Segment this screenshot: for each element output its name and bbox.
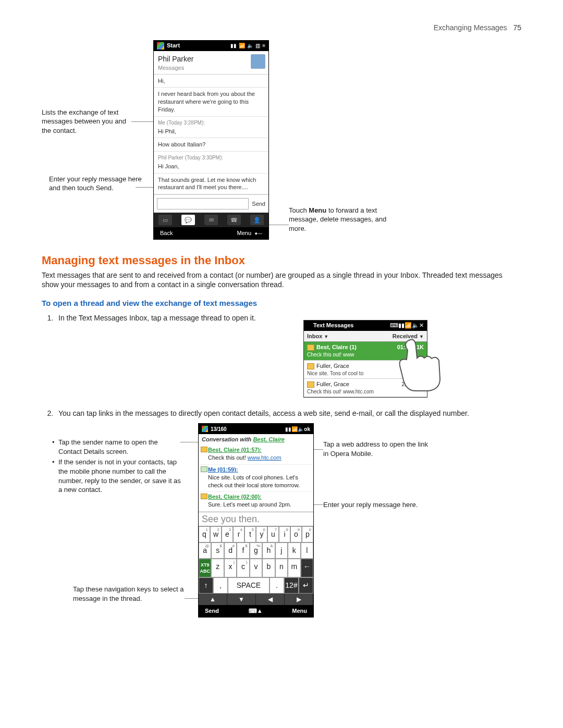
key-v[interactable]: v [250, 559, 262, 577]
message: How about Italian? [154, 138, 268, 152]
folder-icon [307, 381, 314, 388]
key-m[interactable]: m [288, 559, 300, 577]
softkey-keyboard-icon[interactable]: ⌨▲ [249, 607, 263, 615]
thread-contact-name[interactable]: Best, Claire [253, 436, 285, 442]
on-screen-keyboard: q1w2e3r4t5y6u7i8o9p0 a@s$d#f$g%h&jkl XT9… [199, 526, 313, 594]
message: Phil Parker (Today 3:30PM):Hi Joan, [154, 152, 268, 173]
thread-nav-row: ▲ ▼ ◀ ▶ [199, 594, 313, 605]
contact-subtitle: Messages [158, 64, 264, 72]
callout-bottom: Tap these navigation keys to select a me… [73, 585, 188, 603]
callout-bullets: Tap the sender name to open the Contact … [52, 438, 182, 496]
softkey-menu[interactable]: Menu ●— [237, 229, 262, 237]
col-inbox[interactable]: Inbox▼ [307, 332, 328, 340]
key-s[interactable]: s$ [211, 542, 224, 559]
antenna-icon: 📶 [239, 42, 245, 50]
key-c[interactable]: c) [237, 559, 249, 577]
tab-row: ▭ 💬 ✉ ☎ 👤 [154, 213, 268, 227]
signal-icon: ▮▮ [398, 322, 405, 329]
key-p[interactable]: p0 [302, 526, 313, 542]
antenna-icon: 📶 [291, 426, 298, 433]
key-w[interactable]: w2 [210, 526, 222, 542]
key-comma[interactable]: , [213, 577, 228, 594]
reply-input[interactable] [157, 198, 249, 209]
tab-call-icon[interactable]: ☎ [227, 215, 241, 225]
leader-line [313, 504, 323, 505]
windows-flag-icon [202, 426, 208, 432]
key-shift[interactable]: ↑ [199, 577, 213, 594]
key-o[interactable]: o9 [290, 526, 302, 542]
send-button[interactable]: Send [252, 200, 265, 208]
keyboard-icon: ⌨ [390, 322, 398, 329]
key-g[interactable]: g% [250, 542, 262, 559]
leader-line [180, 442, 198, 442]
reply-input[interactable]: See you then. [199, 512, 313, 526]
contact-name: Phil Parker [158, 54, 264, 64]
key-numeric[interactable]: 12# [284, 577, 299, 594]
key-xt9[interactable]: XT9ABC [199, 559, 211, 577]
battery-icon: ▥ [255, 42, 260, 50]
key-k[interactable]: k [288, 542, 300, 559]
volume-icon: 🔈 [412, 322, 419, 329]
signal-icon: ▮▮ [230, 42, 237, 50]
key-n[interactable]: n [275, 559, 288, 577]
tab-contact-icon[interactable]: 👤 [250, 215, 264, 225]
windows-flag-icon [157, 42, 164, 50]
softkey-send[interactable]: Send [205, 607, 219, 615]
message-list: Hi,I never heard back from you about the… [154, 75, 268, 195]
status-bar: 13/160 ▮▮ 📶 🔈 ok [199, 424, 313, 434]
close-icon[interactable]: ✕ [419, 322, 424, 329]
page-header: Exchanging Messages 75 [42, 23, 521, 33]
key-backspace[interactable]: ← [301, 559, 313, 577]
softkey-back[interactable]: Back [160, 229, 173, 237]
key-t[interactable]: t5 [244, 526, 256, 542]
key-x[interactable]: x( [224, 559, 237, 577]
tab-card-icon[interactable]: ▭ [158, 215, 172, 225]
tab-messages-icon[interactable]: 💬 [181, 215, 195, 225]
signal-icon: ▮▮ [285, 426, 291, 433]
step-1: In the Text Messages Inbox, tap a messag… [55, 313, 521, 403]
key-j[interactable]: j [275, 542, 288, 559]
char-counter: 13/160 [211, 426, 227, 433]
key-z[interactable]: z [211, 559, 224, 577]
section-name: Exchanging Messages [434, 23, 507, 32]
figure-thread: Tap the sender name to open the Contact … [42, 423, 521, 642]
conversation-header: Phil Parker Messages [154, 51, 268, 75]
key-l[interactable]: l [301, 542, 313, 559]
leader-line [136, 187, 153, 188]
key-q[interactable]: q1 [199, 526, 210, 542]
nav-right-button[interactable]: ▶ [285, 594, 313, 605]
key-enter[interactable]: ↵ [299, 577, 313, 594]
arrow-icon: ●— [253, 231, 262, 236]
sender-link[interactable]: Me (01:59): [208, 466, 238, 473]
folder-icon [307, 363, 314, 369]
key-period[interactable]: . [270, 577, 284, 594]
sender-link[interactable]: Best, Claire (01:57): [208, 447, 262, 453]
ok-button[interactable]: ok [304, 426, 310, 433]
callout-right-2: Enter your reply message here. [323, 500, 443, 510]
callout-left-1: Lists the exchange of text messages betw… [42, 108, 136, 135]
key-space[interactable]: SPACE [228, 577, 270, 594]
key-b[interactable]: b [262, 559, 275, 577]
nav-left-button[interactable]: ◀ [256, 594, 285, 605]
sender-link[interactable]: Best, Claire (02:00): [208, 493, 262, 500]
antenna-icon: 📶 [405, 322, 412, 329]
key-h[interactable]: h& [262, 542, 275, 559]
softkey-menu[interactable]: Menu [292, 607, 307, 615]
key-i[interactable]: i8 [279, 526, 290, 542]
nav-down-button[interactable]: ▼ [227, 594, 256, 605]
key-u[interactable]: u7 [267, 526, 279, 542]
web-link[interactable]: www.htc.com [248, 454, 282, 461]
hand-pointer-icon [392, 329, 460, 392]
key-y[interactable]: y6 [256, 526, 267, 542]
phone-screenshot-2: 13/160 ▮▮ 📶 🔈 ok Conversation with Best,… [198, 423, 314, 618]
message-icon [201, 447, 207, 452]
key-d[interactable]: d# [224, 542, 237, 559]
key-e[interactable]: e3 [222, 526, 233, 542]
key-a[interactable]: a@ [199, 542, 211, 559]
nav-up-button[interactable]: ▲ [199, 594, 227, 605]
bullet-item: If the sender is not in your contacts, t… [52, 458, 182, 494]
callout-right: Touch Menu to forward a text message, de… [289, 206, 403, 233]
tab-mail-icon[interactable]: ✉ [204, 215, 218, 225]
key-r[interactable]: r4 [233, 526, 244, 542]
key-f[interactable]: f$ [237, 542, 249, 559]
